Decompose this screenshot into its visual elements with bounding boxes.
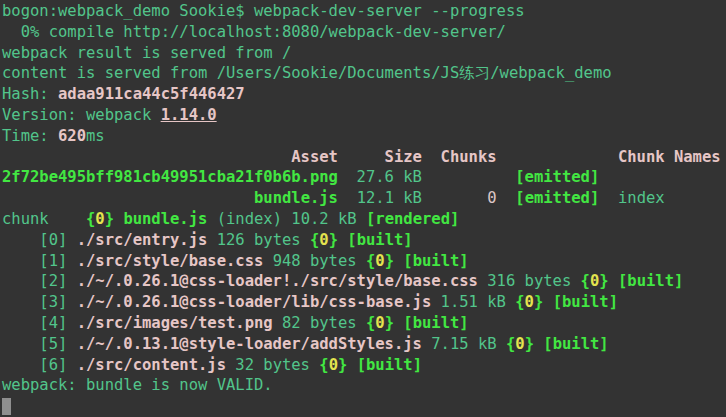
text-segment [534, 335, 543, 353]
text-segment: ./~/.0.26.1@css-loader!./src/style/base.… [77, 272, 478, 290]
terminal-window[interactable]: bogon:webpack_demo Sookie$ webpack-dev-s… [0, 0, 726, 417]
text-segment: } [385, 252, 394, 270]
terminal-line: webpack: bundle is now VALID. [2, 375, 726, 396]
text-segment: [6] [2, 356, 77, 374]
text-segment [609, 272, 618, 290]
text-segment: [5] [2, 335, 77, 353]
text-segment [347, 356, 356, 374]
text-segment: } [534, 293, 543, 311]
text-segment: content is served from /Users/Sookie/Doc… [2, 64, 612, 82]
terminal-line: Version: webpack 1.14.0 [2, 105, 726, 126]
text-segment: [3] [2, 293, 77, 311]
text-segment: [4] [2, 314, 77, 332]
text-segment: 82 bytes [273, 314, 366, 332]
text-segment: chunk [2, 210, 86, 228]
text-segment: [built] [403, 252, 468, 270]
text-segment [394, 252, 403, 270]
text-segment: 32 bytes [226, 356, 319, 374]
terminal-line: bundle.js 12.1 kB 0 [emitted] index [2, 188, 726, 209]
text-segment [2, 189, 254, 207]
text-segment: 2f72be495bff981cb49951cba21f0b6b.png [2, 168, 338, 186]
text-segment: 0 [375, 314, 384, 332]
text-segment: [built] [553, 293, 618, 311]
text-segment: 0 [329, 356, 338, 374]
text-segment: 316 bytes [478, 272, 581, 290]
text-segment: 0 [515, 335, 524, 353]
text-segment: } [329, 231, 338, 249]
cursor-line [2, 396, 726, 417]
text-segment: 0 [319, 231, 328, 249]
text-segment: (index) 10.2 kB [207, 210, 366, 228]
text-segment: } [385, 314, 394, 332]
terminal-line: content is served from /Users/Sookie/Doc… [2, 63, 726, 84]
text-segment: [emitted] [515, 189, 599, 207]
terminal-line: bogon:webpack_demo Sookie$ webpack-dev-s… [2, 1, 726, 22]
text-segment: { [86, 210, 95, 228]
terminal-line: [3] ./~/.0.26.1@css-loader/lib/css-base.… [2, 292, 726, 313]
text-segment: 126 bytes [207, 231, 310, 249]
terminal-line: [2] ./~/.0.26.1@css-loader!./src/style/b… [2, 271, 726, 292]
text-segment: 0 [590, 272, 599, 290]
text-segment: webpack: bundle is now VALID. [2, 376, 273, 394]
text-segment: { [515, 293, 524, 311]
terminal-line: [1] ./src/style/base.css 948 bytes {0} [… [2, 251, 726, 272]
text-segment: webpack result is served from / [2, 44, 291, 62]
text-segment [394, 314, 403, 332]
text-segment: { [581, 272, 590, 290]
text-segment: [built] [543, 335, 608, 353]
text-segment: ms [86, 127, 105, 145]
text-segment: 0% compile http://localhost:8080/webpack… [2, 23, 506, 41]
terminal-line: 0% compile http://localhost:8080/webpack… [2, 22, 726, 43]
text-segment: { [506, 335, 515, 353]
terminal-line: [5] ./~/.0.13.1@style-loader/addStyles.j… [2, 334, 726, 355]
terminal-line: 2f72be495bff981cb49951cba21f0b6b.png 27.… [2, 167, 726, 188]
text-segment: } [599, 272, 608, 290]
text-segment: { [310, 231, 319, 249]
text-segment: [1] [2, 252, 77, 270]
text-segment: [built] [357, 356, 422, 374]
text-segment: 0 [375, 252, 384, 270]
text-segment: 0 [95, 210, 104, 228]
text-segment: } [105, 210, 114, 228]
text-segment: Version: webpack [2, 106, 161, 124]
terminal-line: [6] ./src/content.js 32 bytes {0} [built… [2, 355, 726, 376]
text-segment: Hash: [2, 85, 58, 103]
text-segment: { [366, 252, 375, 270]
text-segment [338, 231, 347, 249]
text-segment [543, 293, 552, 311]
text-segment: ./src/images/test.png [77, 314, 273, 332]
text-segment: 0 [525, 293, 534, 311]
text-segment: Asset Size Chunks Chunk Names [2, 148, 721, 166]
terminal-line: [4] ./src/images/test.png 82 bytes {0} [… [2, 313, 726, 334]
text-segment: 1.14.0 [161, 106, 217, 124]
terminal-line: Asset Size Chunks Chunk Names [2, 147, 726, 168]
text-segment: [emitted] [515, 168, 599, 186]
text-segment [114, 210, 123, 228]
terminal-line: Hash: adaa911ca44c5f446427 [2, 84, 726, 105]
text-segment: ./src/entry.js [77, 231, 208, 249]
text-segment: 7.15 kB [422, 335, 506, 353]
text-segment: ./~/.0.13.1@style-loader/addStyles.js [77, 335, 422, 353]
text-segment: [0] [2, 231, 77, 249]
terminal-line: chunk {0} bundle.js (index) 10.2 kB [ren… [2, 209, 726, 230]
text-segment [599, 189, 618, 207]
text-segment: Time: [2, 127, 58, 145]
terminal-cursor [2, 398, 11, 415]
text-segment: } [338, 356, 347, 374]
text-segment: [built] [403, 314, 468, 332]
text-segment: } [525, 335, 534, 353]
text-segment: 12.1 kB [338, 189, 487, 207]
text-segment: adaa911ca44c5f446427 [58, 85, 245, 103]
text-segment: ./src/style/base.css [77, 252, 264, 270]
text-segment [497, 189, 516, 207]
text-segment: [rendered] [366, 210, 459, 228]
terminal-line: webpack result is served from / [2, 43, 726, 64]
text-segment: ./~/.0.26.1@css-loader/lib/css-base.js [77, 293, 432, 311]
text-segment: [2] [2, 272, 77, 290]
text-segment: index [618, 189, 665, 207]
text-segment: bundle.js [123, 210, 207, 228]
text-segment: 948 bytes [263, 252, 366, 270]
text-segment: { [366, 314, 375, 332]
text-segment: [built] [618, 272, 683, 290]
terminal-line: [0] ./src/entry.js 126 bytes {0} [built] [2, 230, 726, 251]
